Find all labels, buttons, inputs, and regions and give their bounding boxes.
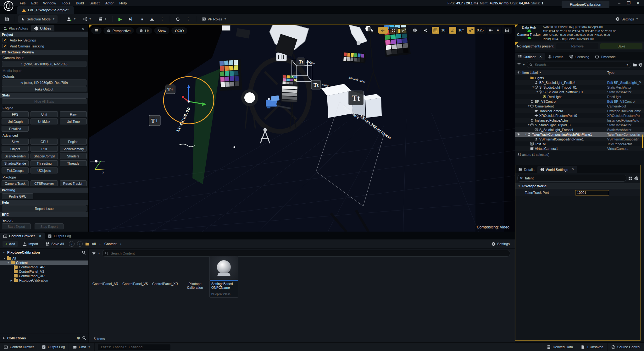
console-input[interactable] [100,345,168,349]
folder-tile[interactable]: ControlPanel_VS [121,260,149,286]
stat-resettracking-button[interactable]: Reset Trackin [60,180,87,186]
create-folder-icon[interactable] [633,63,637,67]
menu-help[interactable]: Help [117,0,130,6]
stat-ctsreceiver-button[interactable]: CTSReceiver [31,180,58,186]
outliner-row[interactable]: XROutsideFrustumPoint0XROutsideFrustumPo… [515,113,644,118]
stat-threads-button[interactable]: Threads [60,160,87,166]
tab-world-settings[interactable]: World Settings✕ [537,166,578,173]
outliner-row[interactable]: BP_StudioLight_Profile4Edit BP_StudioLig… [515,80,644,85]
stat-fps-button[interactable]: FPS [2,111,29,117]
move-tool-button[interactable] [378,27,388,34]
restore-button[interactable]: ❐ [624,0,633,6]
scale-tool-button[interactable] [400,27,409,34]
outliner-row[interactable]: ▼CameraRootCameraRoot [515,104,644,108]
select-tool-button[interactable] [368,27,377,34]
outliner-row[interactable]: InstancedFoliageActorInstancedFoliageAct… [515,118,644,123]
folder-tile[interactable]: ControlPanel_AR [91,260,119,286]
stat-shaders-button[interactable]: Shaders [60,153,87,159]
stat-threading-button[interactable]: Threading [31,160,58,166]
outliner-row[interactable]: Text1MTextRenderActor [515,141,644,146]
tab-content-browser[interactable]: Content Browser✕ [0,233,45,239]
close-utilities-icon[interactable]: ✕ [78,27,88,31]
stop-button[interactable]: ■ [139,15,146,23]
tree-item-controlpanel-ar[interactable]: ControlPanel_AR [0,265,88,269]
close-icon[interactable]: ✕ [39,234,42,238]
print-camera-checkbox[interactable]: ✔ [3,44,7,48]
report-issue-button[interactable]: Report Issue [2,206,86,211]
stat-cameratrack-button[interactable]: Camera Track [2,180,29,186]
content-drawer-button[interactable]: Content Drawer [0,343,38,351]
property-matrix-icon[interactable] [628,176,632,180]
stat-unitmax-button[interactable]: UnitMax [31,118,58,124]
asset-search-input[interactable] [110,251,508,255]
collections-row[interactable]: ▶ Collections ⊕ [0,334,89,342]
folder-tile[interactable]: Pixotope Calibration [181,260,209,289]
stat-rhi-button[interactable]: RHI [31,146,58,152]
vp-roles-dropdown[interactable]: VP Roles ▼ [199,15,229,23]
section-help[interactable]: Help [0,200,88,205]
tab-output-log[interactable]: Output Log [45,233,74,239]
grid-snap-control[interactable]: 10 [432,27,447,34]
add-button[interactable]: +Add [3,241,18,247]
search-icon[interactable] [82,336,86,340]
menu-window[interactable]: Window [40,0,59,6]
expander-icon[interactable]: ▼ [525,133,527,136]
stat-detailed-button[interactable]: Detailed [2,126,29,132]
tree-item-pixotopecalibration[interactable]: ▶PixotopeCalibration [0,278,88,282]
blueprints-dropdown[interactable]: ▼ [80,15,94,23]
stat-uobjects-button[interactable]: UObjects [31,167,58,173]
selection-mode-dropdown[interactable]: Selection Mode ▼ [18,15,58,23]
perspective-dropdown[interactable]: Perspective [103,27,134,34]
section-pixotope-world[interactable]: ▼ Pixotope World [515,183,640,189]
source-control-button[interactable]: Source Control [607,343,644,351]
cinematics-dropdown[interactable]: ▼ [96,15,109,23]
stat-unitgraph-button[interactable]: UnitGraph [2,118,29,124]
derived-data-button[interactable]: Derived Data [543,343,577,351]
unsaved-button[interactable]: 1 Unsaved [577,343,607,351]
outliner-row-selected[interactable]: ▼TalenTrackCompositingMeshWithPlane1Tale… [515,132,644,137]
outliner-row[interactable]: Lights [515,75,644,80]
menu-select[interactable]: Select [87,0,103,6]
bake-button[interactable]: Bake [600,43,642,49]
hide-all-stats-button[interactable]: Hide All Stats [2,98,86,104]
save-all-button[interactable]: Save All [43,241,66,247]
section-bpe[interactable]: BPE [0,212,88,217]
chevron-down-icon[interactable]: ▼ [98,252,100,255]
breadcrumb-content[interactable]: Content [104,242,117,246]
scale-snap-control[interactable]: 0.25 [467,27,486,34]
outliner-row[interactable]: BP_VSControlEdit BP_VSControl [515,99,644,104]
tab-utilities[interactable]: Utilities [31,25,54,31]
stat-shadercompiling-button[interactable]: ShaderCompil [31,153,58,159]
outliner-row[interactable]: S_StudioLight_FresnelStaticMeshActor [515,127,644,132]
chevron-down-icon[interactable]: ▼ [626,63,629,66]
folder-tile[interactable]: ControlPanel_XR [151,260,179,286]
stat-unittime-button[interactable]: UnitTime [60,118,87,124]
breadcrumb-all[interactable]: All [92,242,96,246]
tree-item-controlpanel-vs[interactable]: ControlPanel_VS [0,269,88,274]
tab-levels[interactable]: Levels [545,53,566,60]
remove-button[interactable]: Remove [556,43,598,49]
skip-button[interactable]: ▶▏ [126,15,137,23]
section-project[interactable]: Project [0,32,88,37]
stat-gpu-button[interactable]: GPU [31,139,58,145]
col-item-label[interactable]: Item Label [522,71,538,74]
gear-icon[interactable] [638,63,642,67]
world-space-toggle[interactable] [410,27,420,34]
play-options-menu[interactable]: ⋮ [158,15,167,23]
tab-licensing[interactable]: Licensing [566,53,592,60]
add-actor-dropdown[interactable]: ▼ [64,15,79,23]
expander-icon[interactable]: ▼ [527,123,530,126]
menu-actor[interactable]: Actor [103,0,117,6]
platforms-dropdown[interactable] [173,15,182,23]
auto-fix-checkbox[interactable]: ✔ [3,38,7,42]
stat-scenememory-button[interactable]: SceneMemory [60,146,87,152]
menu-tools[interactable]: Tools [59,0,73,6]
stat-slow-button[interactable]: Slow [2,139,29,145]
chevron-down-icon[interactable]: ▼ [523,63,525,66]
gear-icon[interactable] [634,176,638,180]
menu-build[interactable]: Build [73,0,87,6]
stat-scenerendering-button[interactable]: SceneRenderi [2,153,29,159]
details-search-input[interactable] [525,176,624,180]
expander-icon[interactable]: ▼ [532,86,535,89]
close-icon[interactable]: ✕ [539,55,542,59]
